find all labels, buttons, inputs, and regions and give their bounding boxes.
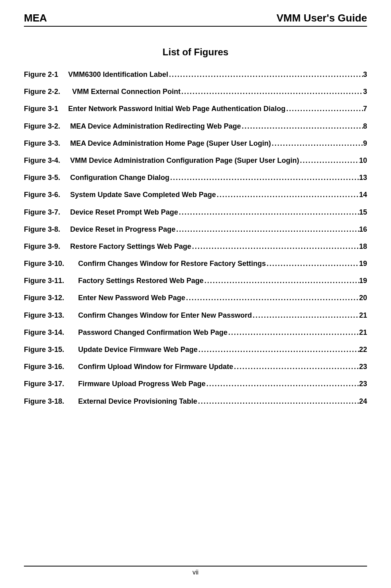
figure-label: Figure 2-1: [24, 70, 68, 80]
figure-page: 9: [363, 139, 367, 148]
figure-label: Figure 2-2.: [24, 87, 72, 97]
figure-label: Figure 3-15.: [24, 345, 78, 355]
leader-dots: ........................................…: [206, 379, 359, 389]
header-right: VMM User's Guide: [277, 12, 367, 24]
figure-title: MEA Device Administration Home Page (Sup…: [70, 139, 271, 148]
figure-entry: Figure 3-5. Configuration Change Dialog.…: [24, 173, 367, 183]
figure-page: 15: [359, 207, 367, 217]
figure-entry: Figure 3-13. Confirm Changes Window for …: [24, 311, 367, 320]
figure-label: Figure 3-7.: [24, 207, 70, 217]
figure-title: Confirm Changes Window for Restore Facto…: [78, 259, 266, 269]
figure-title: Confirm Changes Window for Enter New Pas…: [78, 311, 252, 320]
figure-title: VMM6300 Identification Label: [68, 70, 168, 80]
leader-dots: ........................................…: [169, 173, 359, 183]
figure-page: 23: [359, 362, 367, 372]
figure-title: Device Reset in Progress Page: [70, 225, 175, 234]
leader-dots: ........................................…: [252, 311, 359, 320]
figure-entry: Figure 3-7. Device Reset Prompt Web Page…: [24, 207, 367, 217]
figure-title: Device Reset Prompt Web Page: [70, 207, 178, 217]
leader-dots: ........................................…: [233, 362, 359, 372]
leader-dots: ........................................…: [204, 276, 359, 286]
leader-dots: ........................................…: [266, 259, 359, 269]
figure-page: 8: [363, 121, 367, 131]
figure-label: Figure 3-9.: [24, 242, 70, 252]
page-header: MEA VMM User's Guide: [24, 12, 367, 27]
figure-label: Figure 3-18.: [24, 397, 78, 406]
figure-entry: Figure 3-16. Confirm Upload Window for F…: [24, 362, 367, 372]
figure-label: Figure 3-6.: [24, 190, 70, 200]
figure-title: System Update Save Completed Web Page: [70, 190, 216, 200]
leader-dots: ........................................…: [198, 345, 359, 355]
figure-title: Confirm Upload Window for Firmware Updat…: [78, 362, 233, 372]
figure-label: Figure 3-17.: [24, 379, 78, 389]
figure-entry: Figure 3-17. Firmware Upload Progress We…: [24, 379, 367, 389]
figure-page: 7: [363, 104, 367, 114]
figure-entry: Figure 3-6. System Update Save Completed…: [24, 190, 367, 200]
figure-entry: Figure 3-14. Password Changed Confirmati…: [24, 328, 367, 338]
leader-dots: ........................................…: [285, 104, 363, 114]
figure-entry: Figure 3-1 Enter Network Password Initia…: [24, 104, 367, 114]
figure-title: Password Changed Confirmation Web Page: [78, 328, 228, 338]
figure-title: Configuration Change Dialog: [70, 173, 169, 183]
figure-entry: Figure 3-18. External Device Provisionin…: [24, 397, 367, 406]
figure-page: 24: [359, 397, 367, 406]
figure-entry: Figure 2-1 VMM6300 Identification Label …: [24, 70, 367, 80]
leader-dots: ........................................…: [191, 242, 359, 252]
leader-dots: ........................................…: [228, 328, 359, 338]
figure-list: Figure 2-1 VMM6300 Identification Label …: [24, 70, 367, 406]
figure-entry: Figure 3-3. MEA Device Administration Ho…: [24, 139, 367, 148]
header-left: MEA: [24, 12, 47, 24]
leader-dots: ........................................…: [168, 70, 363, 80]
figure-entry: Figure 3-8. Device Reset in Progress Pag…: [24, 225, 367, 234]
figure-label: Figure 3-4.: [24, 156, 70, 166]
figure-page: 21: [359, 328, 367, 338]
page-title: List of Figures: [24, 47, 367, 58]
figure-page: 13: [359, 173, 367, 183]
figure-title: External Device Provisioning Table: [78, 397, 197, 406]
figure-title: MEA Device Administration Redirecting We…: [70, 121, 241, 131]
figure-label: Figure 3-12.: [24, 293, 78, 303]
figure-entry: Figure 3-2. MEA Device Administration Re…: [24, 121, 367, 131]
figure-page: 3: [363, 70, 367, 80]
figure-page: 18: [359, 242, 367, 252]
figure-entry: Figure 3-4. VMM Device Administration Co…: [24, 156, 367, 166]
figure-label: Figure 3-2.: [24, 121, 70, 131]
leader-dots: ........................................…: [185, 293, 359, 303]
figure-title: VMM Device Administration Configuration …: [70, 156, 299, 166]
figure-label: Figure 3-11.: [24, 276, 78, 286]
figure-title: Enter Network Password Initial Web Page …: [68, 104, 285, 114]
figure-title: Update Device Firmware Web Page: [78, 345, 198, 355]
leader-dots: ........................................…: [181, 87, 363, 97]
figure-entry: Figure 2-2. VMM External Connection Poin…: [24, 87, 367, 97]
leader-dots: ........................................…: [299, 156, 359, 166]
figure-page: 3: [363, 87, 367, 97]
page-container: MEA VMM User's Guide List of Figures Fig…: [0, 0, 391, 588]
leader-dots: ........................................…: [241, 121, 363, 131]
figure-title: VMM External Connection Point: [72, 87, 181, 97]
figure-entry: Figure 3-11. Factory Settings Restored W…: [24, 276, 367, 286]
figure-page: 10: [359, 156, 367, 166]
figure-title: Firmware Upload Progress Web Page: [78, 379, 206, 389]
leader-dots: ........................................…: [178, 207, 359, 217]
figure-label: Figure 3-3.: [24, 139, 70, 148]
figure-page: 22: [359, 345, 367, 355]
leader-dots: ........................................…: [216, 190, 359, 200]
figure-title: Restore Factory Settings Web Page: [70, 242, 191, 252]
figure-page: 19: [359, 259, 367, 269]
leader-dots: ........................................…: [197, 397, 359, 406]
figure-label: Figure 3-13.: [24, 311, 78, 320]
figure-page: 19: [359, 276, 367, 286]
page-footer: vii: [24, 566, 367, 576]
figure-label: Figure 3-14.: [24, 328, 78, 338]
figure-page: 21: [359, 311, 367, 320]
figure-label: Figure 3-5.: [24, 173, 70, 183]
figure-label: Figure 3-16.: [24, 362, 78, 372]
figure-title: Enter New Password Web Page: [78, 293, 185, 303]
figure-title: Factory Settings Restored Web Page: [78, 276, 204, 286]
leader-dots: ........................................…: [175, 225, 359, 234]
figure-entry: Figure 3-15. Update Device Firmware Web …: [24, 345, 367, 355]
figure-page: 16: [359, 225, 367, 234]
figure-label: Figure 3-10.: [24, 259, 78, 269]
figure-page: 20: [359, 293, 367, 303]
figure-entry: Figure 3-10. Confirm Changes Window for …: [24, 259, 367, 269]
